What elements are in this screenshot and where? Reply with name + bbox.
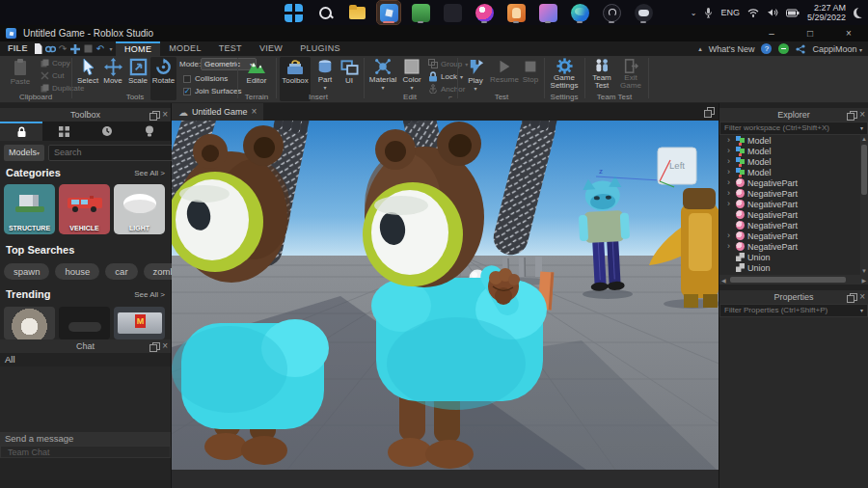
duplicate-button[interactable]: Duplicate [41, 84, 84, 93]
trending-thumb-cat[interactable] [4, 307, 55, 339]
expand-chevron-icon[interactable]: › [727, 199, 733, 209]
expand-chevron-icon[interactable]: › [727, 188, 733, 199]
chat-float-icon[interactable] [149, 342, 158, 351]
new-file-icon[interactable] [32, 42, 43, 55]
file-menu-button[interactable]: FILE [8, 41, 28, 56]
discord-taskbar-icon[interactable] [632, 1, 655, 24]
toolbox-tab-recent[interactable] [86, 122, 128, 141]
roblox-studio-taskbar-icon[interactable] [377, 1, 400, 24]
part-button[interactable]: Part ▾ [312, 57, 338, 91]
explorer-header[interactable]: Explorer × [719, 108, 868, 122]
material-button[interactable]: Material ▾ [368, 57, 397, 91]
microphone-icon[interactable] [704, 7, 713, 18]
chat-input[interactable]: Team Chat [0, 446, 171, 458]
viewport-float-icon[interactable] [704, 107, 713, 116]
scroll-right-icon[interactable]: ▶ [861, 277, 866, 284]
ribbon-tab-view[interactable]: VIEW [251, 41, 291, 56]
explorer-float-icon[interactable] [847, 111, 855, 120]
play-button[interactable]: Play ▾ [463, 57, 488, 92]
properties-close-icon[interactable]: × [859, 292, 865, 302]
explorer-item-model[interactable]: ›Model [719, 146, 868, 156]
properties-filter-input[interactable]: Filter Properties (Ctrl+Shift+P)▾ [719, 304, 868, 317]
models-dropdown[interactable]: Models▾ [4, 145, 44, 161]
scroll-up-icon[interactable]: ▲ [860, 135, 868, 143]
viewport-tab[interactable]: ☁ Untitled Game × [172, 103, 263, 121]
wifi-icon[interactable] [747, 8, 759, 17]
top-search-pill-car[interactable]: car [105, 263, 137, 280]
volume-icon[interactable] [767, 8, 778, 17]
help-icon[interactable]: ? [761, 43, 772, 54]
toolbox-header[interactable]: Toolbox × [0, 108, 171, 122]
open-file-icon[interactable] [44, 42, 56, 55]
paint-taskbar-icon[interactable] [473, 1, 496, 24]
game-app-taskbar-icon[interactable] [536, 1, 559, 24]
search-taskbar-icon[interactable] [313, 1, 337, 24]
ribbon-tab-home[interactable]: HOME [116, 41, 160, 56]
stop-button[interactable]: Stop [519, 57, 542, 84]
toolbox-float-icon[interactable] [149, 111, 158, 120]
expand-chevron-icon[interactable]: › [727, 146, 733, 156]
explorer-item-negativepart[interactable]: ›NegativePart [719, 199, 868, 209]
expand-chevron-icon[interactable]: › [727, 156, 733, 167]
edit-dialog-launcher-icon[interactable]: ⌐ [448, 94, 452, 100]
properties-header[interactable]: Properties × [719, 290, 868, 304]
scale-tool-button[interactable]: Scale [125, 57, 150, 85]
collisions-checkbox[interactable]: Collisions [183, 74, 228, 83]
category-card-vehicle[interactable]: VEHICLE [59, 184, 110, 234]
file-explorer-taskbar-icon[interactable] [345, 1, 368, 24]
paste-button[interactable]: Paste [4, 57, 37, 86]
account-menu[interactable]: CappiMoon ▾ [812, 44, 862, 54]
orange-app-taskbar-icon[interactable] [504, 1, 528, 24]
trending-see-all-link[interactable]: See All > [134, 290, 165, 299]
scroll-thumb[interactable] [861, 145, 867, 195]
expand-chevron-icon[interactable]: › [727, 177, 733, 188]
team-test-button[interactable]: Team Test [588, 57, 615, 90]
battery-icon[interactable] [786, 9, 800, 17]
green-app-taskbar-icon[interactable] [409, 1, 432, 24]
trending-thumb-vehicle[interactable] [59, 307, 110, 339]
move-tool-button[interactable]: Move [100, 57, 125, 85]
explorer-item-model[interactable]: ›Model [719, 135, 868, 146]
exit-game-button[interactable]: Exit Game [617, 57, 644, 90]
explorer-item-negativepart[interactable]: ›NegativePart [719, 188, 868, 199]
ribbon-tab-model[interactable]: MODEL [160, 41, 210, 56]
explorer-item-model[interactable]: ›Model [719, 156, 868, 167]
save-icon[interactable] [82, 42, 94, 55]
toolbox-tab-marketplace[interactable] [0, 122, 42, 141]
ui-button[interactable]: UI [338, 57, 361, 85]
category-card-light[interactable]: LIGHT [114, 184, 165, 234]
terrain-editor-button[interactable]: Editor [241, 57, 272, 85]
toolbox-close-icon[interactable]: × [162, 110, 168, 120]
chat-header[interactable]: Chat × [0, 339, 171, 353]
explorer-close-icon[interactable]: × [859, 110, 865, 120]
expand-chevron-icon[interactable]: › [727, 135, 733, 146]
night-mode-icon[interactable] [854, 8, 864, 18]
explorer-item-negativepart[interactable]: NegativePart [719, 220, 868, 230]
categories-see-all-link[interactable]: See All > [134, 169, 165, 177]
select-tool-button[interactable]: Select [75, 57, 100, 85]
tray-overflow-chevron-icon[interactable]: ⌄ [691, 9, 697, 17]
category-card-structure[interactable]: STRUCTURE [4, 184, 55, 234]
hscroll-thumb[interactable] [730, 277, 846, 283]
chat-close-icon[interactable]: × [162, 341, 168, 351]
properties-float-icon[interactable] [847, 293, 855, 302]
trending-thumb-mcdonalds[interactable] [114, 307, 165, 339]
explorer-item-negativepart[interactable]: ›NegativePart [719, 230, 868, 241]
join-surfaces-checkbox[interactable]: ✓Join Surfaces [183, 87, 241, 95]
explorer-item-negativepart[interactable]: ›NegativePart [719, 177, 868, 188]
resume-button[interactable]: Resume [490, 57, 519, 84]
expand-chevron-icon[interactable]: › [727, 230, 733, 241]
toolbox-tab-inventory[interactable] [42, 122, 85, 141]
explorer-item-negativepart[interactable]: ›NegativePart [719, 241, 868, 252]
explorer-item-union[interactable]: Union [719, 262, 868, 273]
color-button[interactable]: Color ▾ [399, 57, 424, 91]
collapse-ribbon-icon[interactable]: ▴ [698, 45, 702, 53]
toolbox-tab-creations[interactable] [128, 122, 171, 141]
cut-button[interactable]: Cut [41, 71, 64, 80]
insert-part-icon[interactable] [69, 42, 81, 55]
maximize-button[interactable]: □ [791, 25, 829, 41]
explorer-item-negativepart[interactable]: NegativePart [719, 209, 868, 220]
start-taskbar-icon[interactable] [282, 1, 305, 24]
redo-icon[interactable]: ↷ [57, 42, 68, 55]
expand-chevron-icon[interactable]: › [727, 241, 733, 252]
